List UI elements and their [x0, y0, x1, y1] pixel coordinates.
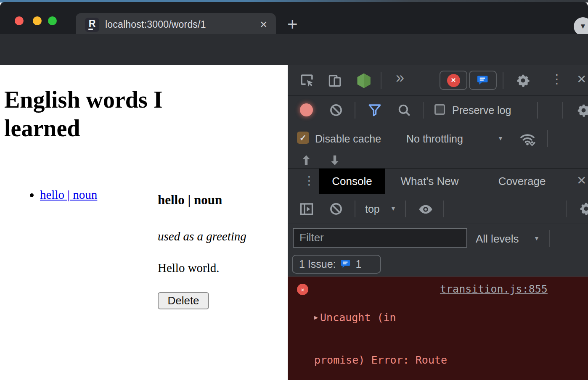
delete-button[interactable]: Delete: [158, 292, 209, 309]
har-export-icon[interactable]: [328, 154, 341, 166]
issues-button[interactable]: [469, 71, 497, 90]
clear-network-icon[interactable]: [329, 103, 343, 117]
tab-whats-new[interactable]: What's New: [399, 169, 460, 194]
issues-counter-button[interactable]: 1 Issue: 1: [292, 255, 381, 274]
devtools-close-icon[interactable]: ✕: [577, 74, 586, 85]
more-panels-icon[interactable]: »: [396, 70, 404, 85]
network-search-icon[interactable]: [397, 103, 411, 117]
disable-cache-label[interactable]: Disable cache: [315, 133, 381, 145]
issues-chat-icon: [477, 74, 490, 87]
disable-cache-checkbox[interactable]: ✓: [297, 132, 309, 144]
new-tab-button[interactable]: +: [287, 16, 298, 33]
record-network-log-button[interactable]: [300, 103, 313, 116]
drawer-tab-bar: ⋮ Console What's New Coverage ✕: [288, 168, 588, 193]
remix-favicon: R: [85, 18, 99, 32]
device-toolbar-icon[interactable]: [328, 73, 342, 88]
divider: [547, 130, 548, 147]
execution-context-select[interactable]: top: [365, 203, 380, 215]
devtools-menu-icon[interactable]: ⋮: [551, 73, 563, 85]
window-minimize-button[interactable]: [33, 16, 42, 25]
word-list: hello | noun: [16, 188, 97, 202]
divider: [537, 102, 538, 119]
error-count-button[interactable]: ✕: [440, 71, 467, 90]
console-filter-input[interactable]: [293, 228, 467, 248]
har-import-icon[interactable]: [300, 154, 313, 166]
error-badge-icon: ✕: [447, 74, 460, 87]
network-conditions-icon[interactable]: [519, 130, 536, 147]
drawer-menu-icon[interactable]: ⋮: [303, 175, 315, 187]
settings-gear-icon[interactable]: [516, 74, 530, 87]
throttling-caret-icon[interactable]: ▼: [498, 135, 503, 142]
source-location-link[interactable]: transition.js:855: [440, 283, 548, 295]
log-levels-select[interactable]: All levels: [476, 232, 519, 245]
browser-navbar: ⓘ localhost:3000/words/1 ☆ Incognito ⋮: [0, 34, 588, 65]
network-options-row: ✓ Disable cache No throttling ▼: [288, 124, 588, 152]
divider: [355, 201, 355, 217]
expand-triangle-icon[interactable]: ▶: [314, 311, 318, 325]
clear-console-icon[interactable]: [329, 202, 343, 216]
live-expression-eye-icon[interactable]: [418, 201, 434, 217]
issues-count: 1: [356, 258, 362, 270]
preserve-log-label[interactable]: Preserve log: [452, 104, 511, 116]
console-sidebar-icon[interactable]: [299, 201, 314, 216]
har-row: [288, 152, 588, 168]
browser-titlebar: R localhost:3000/words/1 ✕ + ▼: [0, 2, 588, 34]
error-text: ▶Uncaught (in promise) Error: Route "rou…: [314, 282, 567, 380]
divider: [355, 102, 355, 119]
tab-overflow-button[interactable]: ▼: [574, 17, 588, 36]
divider: [549, 230, 550, 247]
tab-title: localhost:3000/words/1: [105, 19, 206, 30]
context-caret-icon[interactable]: ▼: [390, 205, 396, 212]
console-toolbar: top ▼: [288, 193, 588, 224]
window-zoom-button[interactable]: [48, 16, 57, 25]
console-filter-row: All levels ▼: [288, 224, 588, 252]
page-content: English words I learned hello | noun hel…: [0, 65, 288, 380]
screen: R localhost:3000/words/1 ✕ + ▼ ⓘ localho…: [0, 0, 588, 380]
levels-caret-icon[interactable]: ▼: [534, 235, 540, 242]
browser-tab[interactable]: R localhost:3000/words/1 ✕: [76, 13, 276, 36]
divider: [503, 72, 503, 89]
issues-row: 1 Issue: 1: [288, 252, 588, 277]
console-error-message: ✕ ▶Uncaught (in promise) Error: Route "r…: [288, 277, 588, 380]
issue-chat-icon: [340, 259, 352, 270]
inspect-element-icon[interactable]: [299, 73, 314, 88]
drawer-close-icon[interactable]: ✕: [577, 175, 586, 187]
divider: [405, 201, 406, 217]
divider: [423, 102, 424, 119]
divider: [566, 201, 567, 217]
error-x-icon: ✕: [297, 284, 308, 295]
network-filter-icon[interactable]: [367, 103, 382, 118]
list-item: hello | noun: [40, 188, 97, 202]
word-definition: used as a greeting: [158, 230, 246, 243]
node-devtools-icon[interactable]: [355, 72, 372, 89]
word-detail-title: hello | noun: [158, 193, 222, 208]
chevron-down-icon: ▼: [580, 22, 587, 31]
console-settings-gear-icon[interactable]: [579, 202, 588, 216]
devtools-panel: » ✕ ⋮ ✕ Preserve log: [288, 65, 588, 380]
word-link[interactable]: hello | noun: [40, 188, 97, 201]
divider: [443, 201, 444, 217]
divider: [381, 72, 381, 89]
tab-coverage[interactable]: Coverage: [494, 169, 550, 194]
throttling-select[interactable]: No throttling: [406, 133, 463, 145]
word-example: Hello world.: [158, 261, 220, 275]
window-close-button[interactable]: [15, 16, 24, 25]
page-title: English words I learned: [4, 85, 217, 143]
devtools-main-toolbar: » ✕ ⋮ ✕: [288, 65, 588, 96]
check-icon: ✓: [299, 133, 307, 143]
tab-console[interactable]: Console: [319, 169, 385, 194]
tab-close-icon[interactable]: ✕: [260, 19, 268, 30]
network-toolbar: Preserve log: [288, 96, 588, 124]
divider: [562, 102, 563, 119]
preserve-log-checkbox[interactable]: [434, 104, 445, 115]
issues-prefix: 1 Issue:: [299, 258, 336, 270]
network-settings-gear-icon[interactable]: [577, 103, 588, 117]
